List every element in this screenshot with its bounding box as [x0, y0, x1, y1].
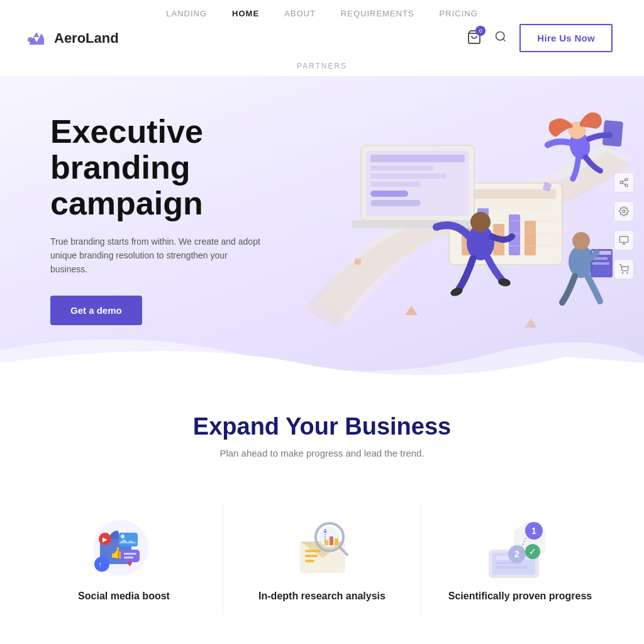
get-demo-button[interactable]: Get a demo [50, 296, 142, 325]
svg-rect-68 [305, 555, 318, 557]
logo[interactable]: AeroLand [25, 27, 119, 50]
cart-sidebar-icon[interactable] [614, 259, 634, 279]
svg-rect-27 [602, 120, 623, 147]
search-button[interactable] [494, 30, 507, 46]
svg-point-59 [121, 535, 125, 538]
top-nav: LANDING HOME ABOUT REQUIREMENTS PRICING [0, 0, 644, 19]
svg-rect-82 [496, 566, 528, 569]
hero-content: Executive branding campaign True brandin… [0, 114, 264, 325]
svg-point-1 [28, 37, 33, 42]
svg-rect-69 [305, 560, 314, 562]
hero-section: Executive branding campaign True brandin… [0, 76, 644, 375]
svg-rect-73 [325, 540, 328, 545]
svg-point-52 [627, 272, 628, 273]
hero-illustration [254, 82, 631, 353]
monitor-icon[interactable] [614, 230, 634, 250]
svg-line-4 [503, 39, 506, 42]
feature-social-media: 👍 ▶ ↑ ♥ Social media boost [25, 502, 223, 614]
social-media-icon: 👍 ▶ ↑ ♥ [86, 515, 162, 578]
svg-line-45 [623, 183, 626, 185]
svg-line-46 [623, 180, 626, 182]
research-icon [284, 515, 360, 578]
nav-item-home[interactable]: HOME [232, 8, 259, 19]
cart-button[interactable]: 0 [467, 30, 482, 47]
svg-rect-48 [619, 236, 628, 242]
svg-point-43 [620, 181, 623, 184]
hire-us-button[interactable]: Hire Us Now [519, 24, 613, 52]
svg-point-42 [625, 178, 628, 180]
svg-rect-58 [119, 533, 138, 547]
svg-rect-23 [370, 200, 421, 206]
svg-rect-11 [525, 221, 536, 255]
features-grid: 👍 ▶ ↑ ♥ Social media boost [0, 502, 644, 644]
svg-text:▶: ▶ [103, 536, 108, 543]
feature-social-media-title: Social media boost [44, 591, 204, 602]
svg-rect-75 [335, 538, 338, 545]
feature-progress: 1 2 ✓ Scientifically proven progress [421, 502, 619, 614]
expand-section: Expand Your Business Plan ahead to make … [0, 375, 644, 502]
svg-rect-18 [370, 155, 465, 162]
svg-marker-38 [405, 306, 418, 315]
svg-rect-61 [124, 553, 136, 555]
svg-text:♥: ♥ [127, 558, 132, 569]
svg-point-3 [496, 32, 504, 40]
svg-text:2: 2 [514, 549, 519, 559]
header: AeroLand 0 Hire Us Now [0, 19, 644, 57]
svg-point-32 [569, 245, 594, 278]
svg-rect-37 [592, 262, 609, 265]
settings-icon[interactable] [614, 201, 634, 221]
feature-research: In-depth research analysis [223, 502, 421, 614]
nav-item-requirements[interactable]: REQUIREMENTS [341, 8, 414, 19]
feature-progress-title: Scientifically proven progress [440, 591, 600, 602]
partners-nav: PARTNERS [0, 57, 644, 76]
cart-badge: 0 [475, 26, 486, 36]
svg-text:1: 1 [531, 526, 536, 536]
svg-text:✓: ✓ [529, 547, 536, 557]
logo-text: AeroLand [54, 30, 119, 47]
sidebar-icons [614, 172, 634, 279]
svg-rect-19 [370, 165, 433, 170]
svg-point-63 [94, 557, 109, 572]
nav-item-pricing[interactable]: PRICING [440, 8, 478, 19]
svg-text:↑: ↑ [98, 560, 102, 569]
feature-research-title: In-depth research analysis [242, 591, 402, 602]
share-icon[interactable] [614, 172, 634, 192]
svg-rect-67 [305, 550, 321, 552]
expand-title: Expand Your Business [25, 413, 619, 440]
svg-point-44 [625, 184, 628, 187]
svg-point-29 [470, 212, 491, 232]
progress-icon: 1 2 ✓ [482, 515, 558, 578]
logo-icon [25, 27, 48, 50]
svg-point-47 [623, 210, 625, 213]
hero-description: True branding starts from within. We cre… [50, 235, 264, 277]
svg-rect-20 [370, 174, 446, 179]
hero-title: Executive branding campaign [50, 114, 264, 222]
svg-point-51 [622, 272, 623, 273]
hero-wave [0, 325, 644, 375]
svg-rect-22 [370, 191, 408, 197]
expand-subtitle: Plan ahead to make progress and lead the… [25, 448, 619, 458]
nav-item-landing[interactable]: LANDING [166, 8, 207, 19]
svg-rect-74 [330, 536, 333, 545]
svg-point-33 [572, 232, 590, 250]
nav-item-about[interactable]: ABOUT [284, 8, 316, 19]
header-actions: 0 Hire Us Now [467, 24, 613, 52]
svg-rect-21 [370, 182, 421, 187]
